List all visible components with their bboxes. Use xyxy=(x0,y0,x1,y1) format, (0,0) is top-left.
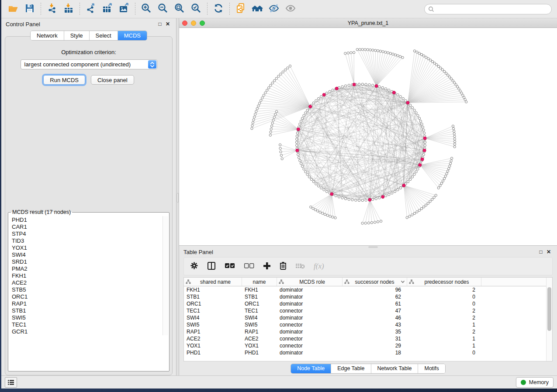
status-bar: Memory xyxy=(1,375,557,389)
mcds-result-list[interactable]: PHD1CAR1STP4TID3YOX1SWI4SRD1PMA2FKH1ACE2… xyxy=(9,216,168,335)
column-namespace-icon xyxy=(186,279,191,284)
vertical-splitter[interactable] xyxy=(176,18,179,375)
cell-MCDS-role: dominator xyxy=(277,294,343,300)
close-panel-button[interactable]: Close panel xyxy=(91,75,134,85)
column-header-MCDS-role[interactable]: MCDS role xyxy=(277,278,343,286)
close-panel-icon[interactable]: ✕ xyxy=(164,21,172,27)
tab-motifs[interactable]: Motifs xyxy=(418,364,445,373)
column-header-successor-nodes[interactable]: successor nodes xyxy=(343,278,407,286)
table-row[interactable]: ORC1ORC1dominator610 xyxy=(184,300,552,307)
open-file-button[interactable] xyxy=(5,2,21,17)
tab-edge-table[interactable]: Edge Table xyxy=(331,364,371,373)
export-table-icon xyxy=(102,3,113,15)
cell-successor-nodes: 46 xyxy=(343,315,407,321)
table-scrollbar[interactable] xyxy=(546,278,552,361)
table-scrollbar-thumb[interactable] xyxy=(547,287,551,331)
mcds-result-item[interactable]: GCR1 xyxy=(12,328,168,335)
table-row[interactable]: SWI5SWI5connector431 xyxy=(184,321,552,328)
table-row[interactable]: ACE2ACE2connector311 xyxy=(184,335,552,342)
tab-network[interactable]: Network xyxy=(31,31,64,40)
delete-table-icon xyxy=(295,263,305,270)
mcds-result-item[interactable]: ORC1 xyxy=(12,293,168,300)
duplicate-network-button[interactable] xyxy=(232,2,249,17)
tab-node-table[interactable]: Node Table xyxy=(291,364,331,373)
mcds-result-item[interactable]: PMA2 xyxy=(12,265,168,272)
select-all-columns-button[interactable] xyxy=(225,263,235,270)
optimization-criterion-dropdown[interactable]: largest connected component (undirected) xyxy=(21,59,157,69)
export-table-button[interactable] xyxy=(99,2,116,17)
mcds-result-item[interactable]: CAR1 xyxy=(12,224,168,230)
mcds-result-item[interactable]: TEC1 xyxy=(12,321,168,328)
table-row[interactable]: FKH1FKH1dominator962 xyxy=(184,286,552,293)
zoom-fit-button[interactable] xyxy=(171,2,188,17)
cell-shared-name: SWI4 xyxy=(184,315,242,321)
mcds-result-item[interactable]: SWI5 xyxy=(12,314,168,321)
column-header-name[interactable]: name xyxy=(242,278,277,286)
cell-successor-nodes: 35 xyxy=(343,329,407,335)
column-header-predecessor-nodes[interactable]: predecessor nodes xyxy=(407,278,481,286)
table-row[interactable]: SWI4SWI4dominator462 xyxy=(184,314,552,321)
mcds-result-item[interactable]: ACE2 xyxy=(12,279,168,286)
export-network-button[interactable] xyxy=(83,2,99,17)
memory-button[interactable]: Memory xyxy=(516,377,554,388)
run-mcds-button[interactable]: Run MCDS xyxy=(43,75,85,85)
network-window-titlebar[interactable]: YPA_prune.txt_1 xyxy=(179,18,557,28)
splitter-handle[interactable] xyxy=(177,193,179,203)
import-network-icon xyxy=(46,3,58,15)
function-builder-button: f(x) xyxy=(314,262,324,271)
mcds-result-item[interactable]: SRD1 xyxy=(12,258,168,265)
cell-MCDS-role: dominator xyxy=(277,287,343,293)
table-row[interactable]: STB1STB1dominator620 xyxy=(184,293,552,300)
import-network-button[interactable] xyxy=(44,2,60,17)
mcds-result-item[interactable]: RAP1 xyxy=(12,300,168,307)
zoom-out-button[interactable] xyxy=(155,2,171,17)
refresh-button[interactable] xyxy=(210,2,227,17)
mcds-result-item[interactable]: STB5 xyxy=(12,286,168,293)
mcds-result-item[interactable]: PHD1 xyxy=(12,217,168,224)
mcds-list-scrollbar[interactable] xyxy=(163,216,168,335)
settings-gear-button[interactable] xyxy=(190,261,198,271)
hide-selected-button[interactable] xyxy=(266,2,282,17)
zoom-selected-button[interactable] xyxy=(188,2,204,17)
deselect-all-columns-button[interactable] xyxy=(244,263,254,270)
table-row[interactable]: TEC1TEC1connector472 xyxy=(184,307,552,314)
import-table-button[interactable] xyxy=(60,2,77,17)
first-neighbors-button[interactable] xyxy=(249,2,266,17)
float-table-panel-icon[interactable]: □ xyxy=(537,249,545,255)
show-all-button[interactable] xyxy=(282,2,299,17)
tab-select[interactable]: Select xyxy=(90,31,118,40)
horizontal-splitter-handle[interactable] xyxy=(368,246,378,248)
task-history-button[interactable] xyxy=(5,377,17,388)
column-manager-button[interactable] xyxy=(207,261,216,272)
column-header-shared-name[interactable]: shared name xyxy=(184,278,242,286)
mcds-result-item[interactable]: YOX1 xyxy=(12,244,168,251)
search-input[interactable] xyxy=(424,4,552,14)
mcds-result-item[interactable]: STP4 xyxy=(12,230,168,237)
table-row[interactable]: RAP1RAP1dominator352 xyxy=(184,328,552,335)
mcds-result-item[interactable]: SWI4 xyxy=(12,251,168,258)
network-graph[interactable] xyxy=(179,28,557,245)
mcds-tab-content: Optimization criterion: largest connecte… xyxy=(5,36,173,375)
tab-network-table[interactable]: Network Table xyxy=(371,364,419,373)
mcds-result-item[interactable]: STB1 xyxy=(12,307,168,314)
add-column-button[interactable] xyxy=(263,262,271,271)
tab-style[interactable]: Style xyxy=(64,31,90,40)
application-window: Control Panel □ ✕ NetworkStyleSelectMCDS… xyxy=(1,0,557,389)
export-image-button[interactable] xyxy=(116,2,132,17)
close-table-panel-icon[interactable]: ✕ xyxy=(545,249,553,255)
network-canvas[interactable] xyxy=(179,28,557,245)
table-row[interactable]: PHD1PHD1dominator180 xyxy=(184,349,552,356)
mcds-result-item[interactable]: FKH1 xyxy=(12,272,168,279)
delete-column-button[interactable] xyxy=(280,261,287,271)
save-session-button[interactable] xyxy=(21,2,38,17)
float-panel-icon[interactable]: □ xyxy=(156,21,164,27)
zoom-in-button[interactable] xyxy=(138,2,155,17)
zoom-in-icon xyxy=(141,3,152,15)
mcds-result-item[interactable]: TID3 xyxy=(12,237,168,244)
tab-mcds[interactable]: MCDS xyxy=(118,31,147,40)
table-row[interactable]: YOX1YOX1connector291 xyxy=(184,342,552,349)
add-column-icon xyxy=(263,262,271,271)
network-window-title: YPA_prune.txt_1 xyxy=(179,20,557,26)
select-all-columns-icon xyxy=(225,263,235,270)
cell-predecessor-nodes: 0 xyxy=(407,301,481,307)
